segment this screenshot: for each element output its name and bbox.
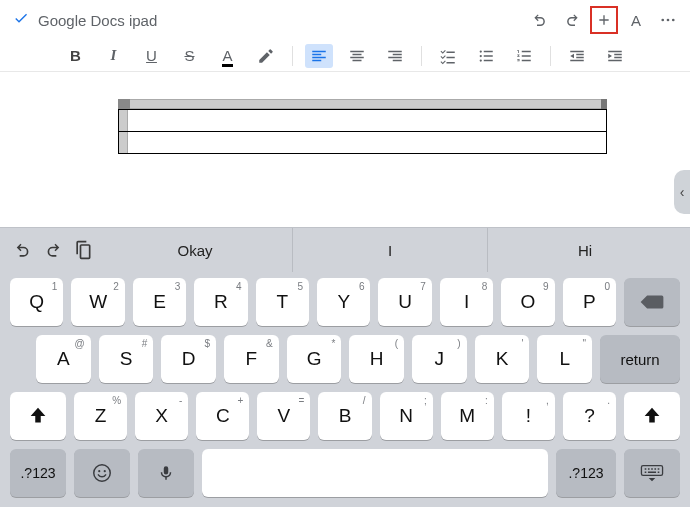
key-question[interactable]: .? [563,392,616,440]
align-left-button[interactable] [305,44,333,68]
svg-point-3 [479,50,481,52]
format-text-button[interactable]: A [622,6,650,34]
svg-point-7 [98,470,100,472]
format-toolbar: B I U S A [0,40,690,72]
document-title[interactable]: Google Docs ipad [34,12,526,29]
key-q[interactable]: 1Q [10,278,63,326]
document-table[interactable] [118,109,607,154]
keyboard-redo-icon[interactable] [38,235,68,265]
app-header: Google Docs ipad A [0,0,690,40]
key-a[interactable]: @A [36,335,91,383]
done-check-icon[interactable] [8,10,34,30]
key-h[interactable]: (H [349,335,404,383]
key-x[interactable]: -X [135,392,188,440]
key-k[interactable]: 'K [475,335,530,383]
highlight-button[interactable] [252,44,280,68]
keyboard-clipboard-icon[interactable] [68,235,98,265]
keyboard-undo-icon[interactable] [8,235,38,265]
prediction-suggestion[interactable]: Hi [487,228,682,272]
decrease-indent-button[interactable] [563,44,591,68]
horizontal-ruler[interactable] [118,99,607,109]
key-p[interactable]: 0P [563,278,616,326]
onscreen-keyboard: Okay I Hi 1Q 2W 3E 4R 5T 6Y 7U 8I 9O 0P … [0,227,690,507]
key-emoji[interactable] [74,449,130,497]
key-s[interactable]: #S [99,335,154,383]
key-v[interactable]: =V [257,392,310,440]
key-numeric-right[interactable]: .?123 [556,449,616,497]
key-r[interactable]: 4R [194,278,247,326]
numbered-list-button[interactable] [510,44,538,68]
key-f[interactable]: &F [224,335,279,383]
key-e[interactable]: 3E [133,278,186,326]
key-o[interactable]: 9O [501,278,554,326]
checklist-button[interactable] [434,44,462,68]
key-exclaim[interactable]: ,! [502,392,555,440]
toolbar-divider [421,46,422,66]
key-numeric-left[interactable]: .?123 [10,449,66,497]
svg-point-6 [94,465,111,482]
key-z[interactable]: %Z [74,392,127,440]
text-color-button[interactable]: A [214,44,242,68]
bold-button[interactable]: B [62,44,90,68]
svg-rect-9 [641,466,662,476]
key-m[interactable]: :M [441,392,494,440]
key-u[interactable]: 7U [378,278,431,326]
redo-button[interactable] [558,6,586,34]
svg-point-5 [479,59,481,61]
more-menu-button[interactable] [654,6,682,34]
bulleted-list-button[interactable] [472,44,500,68]
undo-button[interactable] [526,6,554,34]
prediction-suggestion[interactable]: I [292,228,487,272]
key-shift-right[interactable] [624,392,680,440]
key-y[interactable]: 6Y [317,278,370,326]
table-cell[interactable] [119,110,607,132]
key-t[interactable]: 5T [256,278,309,326]
key-c[interactable]: +C [196,392,249,440]
key-j[interactable]: )J [412,335,467,383]
align-center-button[interactable] [343,44,371,68]
key-b[interactable]: /B [318,392,371,440]
key-backspace[interactable] [624,278,680,326]
italic-button[interactable]: I [100,44,128,68]
key-i[interactable]: 8I [440,278,493,326]
svg-point-4 [479,54,481,56]
key-return[interactable]: return [600,335,680,383]
document-canvas[interactable] [0,72,690,227]
svg-point-2 [672,19,675,22]
key-hide-keyboard[interactable] [624,449,680,497]
key-g[interactable]: *G [287,335,342,383]
table-cell[interactable] [119,132,607,154]
key-shift-left[interactable] [10,392,66,440]
increase-indent-button[interactable] [601,44,629,68]
keyboard-prediction-bar: Okay I Hi [0,228,690,272]
key-l[interactable]: "L [537,335,592,383]
toolbar-divider [550,46,551,66]
svg-point-0 [661,19,664,22]
svg-point-1 [667,19,670,22]
header-actions: A [526,6,682,34]
side-tab-handle[interactable]: ‹ [674,170,690,214]
key-w[interactable]: 2W [71,278,124,326]
prediction-suggestion[interactable]: Okay [98,228,292,272]
insert-button[interactable] [590,6,618,34]
key-space[interactable] [202,449,548,497]
key-dictation[interactable] [138,449,194,497]
align-right-button[interactable] [381,44,409,68]
underline-button[interactable]: U [138,44,166,68]
toolbar-divider [292,46,293,66]
strikethrough-button[interactable]: S [176,44,204,68]
svg-point-8 [104,470,106,472]
key-d[interactable]: $D [161,335,216,383]
key-n[interactable]: ;N [380,392,433,440]
